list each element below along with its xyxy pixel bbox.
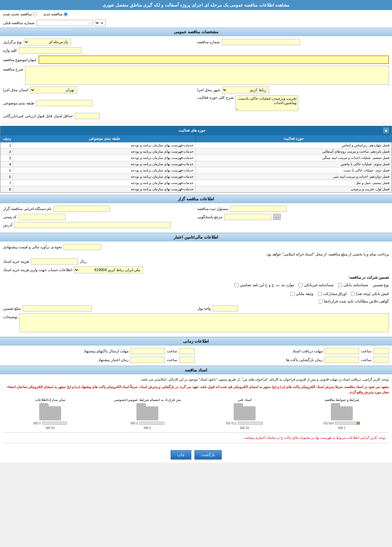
nooe-select[interactable]: یک مرحله ای [24,39,71,45]
ersal-time[interactable]: 14:00 [179,348,195,354]
masool-input[interactable]: محمدرضا کریمی منفرد [230,206,286,212]
etebar-date[interactable]: 1403/06/10 [130,357,165,363]
cb-fish[interactable] [351,292,355,296]
hawze-section: ● حوزه های فعالیت حوزه فعالیت طبقه بندی … [0,126,392,193]
kod-input[interactable]: 3761953198 [19,214,66,220]
gavahi-row: گواهی خلاص مطالبات تایید شده قراردادها [3,299,389,303]
asnad-file-label: اسناد فنی [238,398,251,402]
hawze-cell-tabaqe: خدمات-فهرست بهای سازمان برنامه و بودجه [13,155,196,161]
shenase-input[interactable]: 2003095377000005 [222,39,300,45]
bank-select[interactable]: ملی ایران رباط کریم 819004 [74,266,143,273]
pardakht-text: پرداخت تمام و یا بخشی از مبلغ مناقصه، از… [266,252,389,256]
asnad-file-item[interactable]: شرایط و ضوابط مناقصه 664 KB 5 MB [295,398,389,430]
hawze-cell-num: 6 [1,174,13,180]
cb-mavaed[interactable] [235,283,239,287]
hazine-input[interactable]: 6,000,000 [31,258,78,265]
prev-select[interactable]: ∨ [95,19,106,26]
action-buttons: بازگشت چاپ [0,447,392,463]
asnad-file-item[interactable]: سایر مدارک/اطلاعات 0 MB 50 MB [3,398,97,430]
daryaft-date[interactable]: 1403/02/29 [325,348,359,354]
page-title: مشاهده اطلاعات مناقصه عمومی یک مرحله ای … [0,0,392,10]
onvan-input[interactable]: مناقصه عمومی یک مرحله ای اجرای پروژه آسف… [39,55,389,64]
general-info-body: 2003095377000005 شماره مناقصه یک مرحله ا… [0,36,392,124]
adres-input[interactable]: رباط کریم-بلوار امام خمینی (ره) [14,222,171,228]
progress-bar [238,422,263,425]
tabaqe-input[interactable]: خدمات با فهرست بها [36,100,93,106]
hawze-cell-tabaqe: خدمات-فهرست بهای سازمان برنامه و بودجه [13,167,196,174]
kelid-input[interactable] [19,47,82,54]
nahve-input[interactable]: ارزی/ریالی [64,244,101,250]
tazamin-checkboxes: نوع تضمین ضمانتنامه بانکی ضمانتنامه غیرب… [235,283,389,287]
daryaft-label: مهلت دریافت اسناد [292,349,323,353]
tozih-textarea[interactable] [19,313,389,332]
cb-gavahi[interactable] [319,299,323,303]
tozih-label: توضیحات [3,315,18,319]
cb-oraghe[interactable] [318,292,322,296]
etebar-time[interactable]: 14:00 [179,357,195,363]
mablagh-input[interactable]: 17,500,000,000 [23,305,92,312]
pardakht-row: پرداخت تمام و یا بخشی از مبلغ مناقصه، از… [3,252,389,256]
baz-date[interactable]: 1403/03/09 [325,357,359,363]
hawze-cell-tabaqe: خدمات-فهرست بهای سازمان برنامه و بودجه [13,161,196,167]
prev-number-row: ∨ شماره مناقصه قبلی [0,18,392,28]
vahed-input[interactable]: ریال [213,305,238,312]
hawze-col-hoze: حوزه فعالیت [196,135,392,142]
asnad-header: اسناد مناقصه [0,366,392,374]
hawze-row: فصل اول، تخریب و برچیدن خدمات-فهرست بهای… [1,186,392,192]
asnad-size: 0 MB [33,422,40,425]
baz-saaat: ساعت [361,358,371,362]
tazamin-label: تضمین شرکت در مناقصه: [348,275,389,280]
rial-suffix: ریال [80,259,87,264]
hawze-row: فصل ششم، عملیات احداث و مرمت ابنیه سنگی … [1,155,392,161]
sharh-textarea[interactable] [25,66,389,85]
cb-vasigheh[interactable] [290,292,294,296]
dastigah-input[interactable]: شهرداری رباط کریم [53,206,110,212]
ersal-row: 14:00 ساعت 1403/03/08 مهلت ارسال پاکتهای… [3,348,195,354]
hadaqal-input[interactable] [75,113,100,119]
marja-input[interactable] [224,214,271,220]
baz-time[interactable]: 10:00 [373,357,389,363]
hawze-cell-num: 3 [1,155,13,161]
monaghese-gozar-body: محمدرضا کریمی منفرد مسئول ثبت مناقصه شهر… [0,203,392,233]
cb-dhamanat-bank[interactable] [338,283,342,287]
progress-bar [139,422,164,425]
tazamin-row1: نوع تضمین ضمانتنامه بانکی ضمانتنامه غیرب… [3,281,389,288]
ersal-saaat: ساعت [167,349,177,353]
asnad-file-item[interactable]: متن قرارداد به انضمام شرایط عمومی/خصوصی … [100,398,194,430]
shahr-select[interactable]: رباط کریم [222,87,269,93]
tazamin-checkboxes2: فیش بانکی (وجه نقد) اوراق مشارکت وثیقه م… [290,292,389,296]
kelid-label: کلید واژه [3,48,17,53]
radio-row: مناقصه جدید مناقصه تجدید شده [0,10,392,18]
cb-dhamanat-gheyr[interactable] [299,283,303,287]
bank-label: اطلاعات حساب جهت واریز هزینه خرید اسناد [3,268,72,272]
ersal-date[interactable]: 1403/03/08 [130,348,165,354]
tabaqe-hoze-row: تخریب وبرچیدن،عملیات خاکی بادست وماشین،ا… [3,95,389,111]
nooe-label: نوع برگزاری [3,40,22,44]
hadaqal-label: حداقل امتیاز قابل قبول ارزیابی فنی/بازرگ… [3,114,73,118]
baz-label: زمان بازگشایی پاکت ها [286,358,323,362]
radio-renewed[interactable] [33,12,37,16]
asnad-file-item[interactable]: اسناد فنی 611 KB 50 MB [198,398,292,430]
back-button[interactable]: بازگشت [194,450,222,460]
marja-dots-button[interactable]: ... [273,214,281,220]
daryaft-time[interactable]: 14:00 [373,348,389,354]
asnad-body: توجه: کاربر گرامی، دریافت اسناد در مهلت … [0,374,392,447]
hawze-col-num: ردیف [1,135,13,142]
prev-number-input[interactable] [36,20,93,26]
asnad-files-grid: شرایط و ضوابط مناقصه 664 KB 5 MB اسناد ف… [3,398,389,430]
hawze-cell-tabaqe: خدمات-فهرست بهای سازمان برنامه و بودجه [13,174,196,180]
sharh-hoze-input[interactable]: تخریب وبرچیدن،عملیات خاکی بادست وماشین،ا… [236,95,298,111]
folder-icon [39,403,61,420]
print-button[interactable]: چاپ [171,450,191,460]
hawze-cell-tabaqe: خدمات-فهرست بهای سازمان برنامه و بودجه [13,180,196,186]
asnad-bottom-note: توجه: کاربر گرامی اطلاعات مربوط به فهرست… [3,434,389,442]
ostan-select[interactable]: تهران [30,87,77,93]
radio-new[interactable] [64,12,68,16]
collapse-button[interactable]: ● [383,127,389,134]
asnad-note2: متعهد می شود در اسناد مناقصه، صرفا پذیرش… [3,384,389,395]
asnad-size: 664 KB [324,422,334,425]
shahr-label: شهر محل اجرا [197,88,220,92]
etebar-label: زمان اعتبار پیشنهاد [98,358,129,362]
hawze-row: فصل دوم، عملیات خاکی با دست خدمات-فهرست … [1,167,392,174]
hawze-cell-hoze: فصل سوم، عملیات خاکی با ماشین [196,161,392,167]
